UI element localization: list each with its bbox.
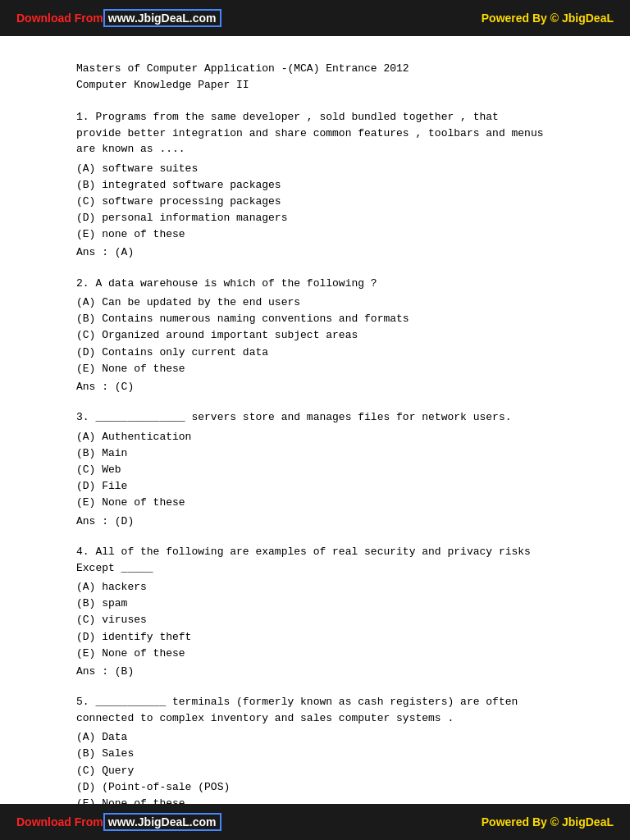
question-5-option-c: (C) Query <box>76 763 589 779</box>
question-2-option-d: (D) Contains only current data <box>76 345 589 361</box>
question-4-option-b: (B) spam <box>76 596 589 612</box>
question-3-text: 3. ______________ servers store and mana… <box>76 409 589 426</box>
bottom-left: Download From www.JbigDeaL.com <box>16 813 221 831</box>
question-4: 4. All of the following are examples of … <box>76 544 589 679</box>
question-3: 3. ______________ servers store and mana… <box>76 409 589 529</box>
question-1-text: 1. Programs from the same developer , so… <box>76 109 589 158</box>
question-3-option-b: (B) Main <box>76 445 589 462</box>
question-3-option-d: (D) File <box>76 478 589 495</box>
header-line2: Computer Knowledge Paper II <box>76 77 589 94</box>
question-2-option-b: (B) Contains numerous naming conventions… <box>76 311 589 327</box>
bottom-banner: Download From www.JbigDeaL.com Powered B… <box>0 804 630 840</box>
question-1-option-a: (A) software suites <box>76 161 589 177</box>
banner-left: Download From www.JbigDeaL.com <box>16 9 221 27</box>
question-2: 2. A data warehouse is which of the foll… <box>76 276 589 395</box>
question-4-option-e: (E) None of these <box>76 646 589 662</box>
powered-by: Powered By © JbigDeaL <box>482 11 614 25</box>
top-banner: Download From www.JbigDeaL.com Powered B… <box>0 0 630 36</box>
question-2-option-a: (A) Can be updated by the end users <box>76 294 589 311</box>
bottom-download-text: Download From <box>16 815 103 829</box>
question-4-option-d: (D) identify theft <box>76 629 589 646</box>
question-3-option-c: (C) Web <box>76 462 589 478</box>
question-1-answer: Ans : (A) <box>76 244 589 261</box>
question-4-answer: Ans : (B) <box>76 664 589 680</box>
question-2-answer: Ans : (C) <box>76 379 589 395</box>
question-1-option-e: (E) none of these <box>76 226 589 243</box>
question-5-option-d: (D) (Point-of-sale (POS) <box>76 779 589 796</box>
download-text: Download From <box>16 11 103 25</box>
question-2-option-c: (C) Organized around important subject a… <box>76 327 589 344</box>
question-5-option-a: (A) Data <box>76 729 589 746</box>
question-2-option-e: (E) None of these <box>76 361 589 377</box>
banner-url[interactable]: www.JbigDeaL.com <box>103 9 221 27</box>
question-1: 1. Programs from the same developer , so… <box>76 109 589 261</box>
paper-header: Masters of Computer Application -(MCA) E… <box>76 61 589 93</box>
question-5-option-b: (B) Sales <box>76 746 589 762</box>
question-2-text: 2. A data warehouse is which of the foll… <box>76 276 589 292</box>
question-1-option-b: (B) integrated software packages <box>76 177 589 194</box>
question-3-answer: Ans : (D) <box>76 514 589 530</box>
question-3-option-a: (A) Authentication <box>76 429 589 445</box>
main-content: Masters of Computer Application -(MCA) E… <box>0 36 630 840</box>
bottom-powered: Powered By © JbigDeaL <box>482 815 614 829</box>
question-4-text: 4. All of the following are examples of … <box>76 544 589 576</box>
question-1-option-d: (D) personal information managers <box>76 210 589 226</box>
question-5-text: 5. ___________ terminals (formerly known… <box>76 694 589 726</box>
question-1-option-c: (C) software processing packages <box>76 194 589 210</box>
question-4-option-c: (C) viruses <box>76 612 589 628</box>
question-3-option-e: (E) None of these <box>76 495 589 511</box>
question-4-option-a: (A) hackers <box>76 579 589 596</box>
header-line1: Masters of Computer Application -(MCA) E… <box>76 61 589 77</box>
bottom-url[interactable]: www.JbigDeaL.com <box>103 813 221 831</box>
